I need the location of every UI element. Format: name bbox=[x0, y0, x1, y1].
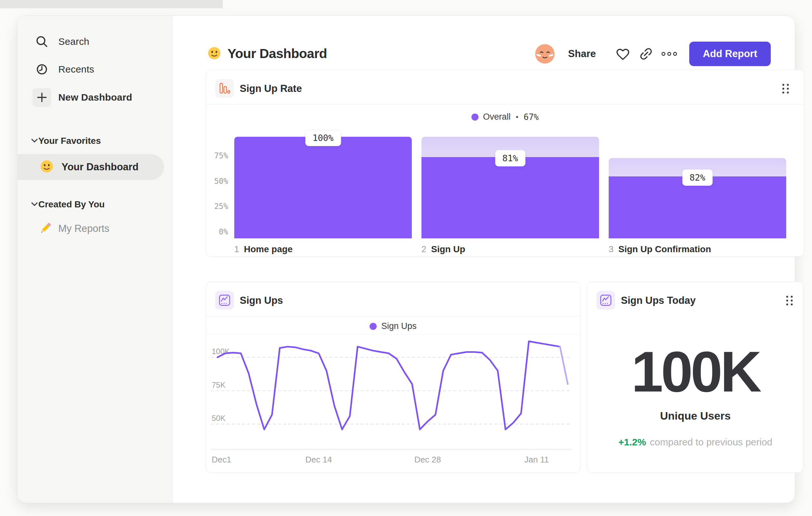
page-title: Your Dashboard bbox=[228, 46, 327, 61]
comparison-text: compared to previous period bbox=[650, 437, 772, 447]
line-chart-icon bbox=[597, 291, 615, 309]
sidebar-item-label: Your Dashboard bbox=[62, 161, 139, 173]
metric-label: Unique Users bbox=[587, 410, 803, 422]
step-number: 1 bbox=[234, 244, 239, 254]
sign-ups-card: Sign Ups Sign Ups 100K75K50KDec1Dec 14De… bbox=[206, 281, 580, 473]
plus-icon bbox=[33, 88, 51, 107]
sidebar-section-your-favorites[interactable]: Your Favorites bbox=[18, 134, 172, 147]
step-name: Sign Up Confirmation bbox=[618, 244, 711, 254]
app-window: Search Recents New Dashboard Your Favori… bbox=[17, 16, 795, 503]
sidebar-item-label: New Dashboard bbox=[58, 92, 132, 103]
legend-label: Sign Ups bbox=[381, 321, 417, 331]
funnel-y-tick-label: 75% bbox=[206, 151, 228, 160]
line-legend[interactable]: Sign Ups bbox=[206, 321, 580, 331]
sidebar-item-my-reports[interactable]: My Reports bbox=[18, 217, 164, 240]
avatar[interactable] bbox=[533, 42, 556, 65]
line-chart-icon bbox=[215, 291, 234, 309]
y-tick-label: 50K bbox=[212, 414, 226, 423]
funnel-chart-icon bbox=[215, 79, 234, 98]
drag-handle-icon[interactable] bbox=[785, 295, 794, 308]
x-tick-label: Dec1 bbox=[212, 455, 231, 464]
sidebar-section-created-by-you[interactable]: Created By You bbox=[18, 198, 172, 211]
funnel-x-axis: 1Home page2Sign Up3Sign Up Confirmation bbox=[234, 244, 786, 257]
sidebar-item-search[interactable]: Search bbox=[18, 32, 172, 51]
sign-ups-series-line-incomplete[interactable] bbox=[560, 347, 568, 384]
funnel-x-label: 3Sign Up Confirmation bbox=[609, 244, 711, 254]
y-tick-label: 75K bbox=[212, 381, 226, 389]
funnel-y-tick-label: 25% bbox=[206, 202, 228, 211]
metric-comparison-row: +1.2%compared to previous period bbox=[587, 437, 803, 447]
card-title: Sign Up Rate bbox=[240, 83, 302, 94]
x-tick-label: Dec 28 bbox=[414, 455, 441, 464]
link-icon[interactable] bbox=[634, 42, 658, 65]
top-edge-strip bbox=[0, 0, 223, 8]
funnel-value-chip: 82% bbox=[682, 169, 713, 186]
sidebar-item-new-dashboard[interactable]: New Dashboard bbox=[18, 88, 172, 107]
legend-dot bbox=[471, 113, 478, 120]
sidebar: Search Recents New Dashboard Your Favori… bbox=[18, 16, 173, 503]
sign-up-rate-card: Sign Up Rate Overall • 67% 100%81%82% 1H… bbox=[206, 70, 804, 257]
search-icon bbox=[33, 32, 51, 51]
drag-handle-icon[interactable] bbox=[781, 83, 790, 96]
card-title: Sign Ups bbox=[240, 295, 283, 306]
card-header-divider bbox=[206, 104, 804, 105]
section-title: Your Favorites bbox=[38, 136, 101, 146]
more-options-icon[interactable] bbox=[658, 42, 681, 65]
funnel-bar-converted-region bbox=[422, 157, 599, 238]
sidebar-item-label: Search bbox=[58, 36, 89, 47]
funnel-bar-converted-region bbox=[234, 137, 412, 238]
sidebar-item-label: Recents bbox=[58, 64, 94, 75]
heart-icon[interactable] bbox=[611, 42, 634, 65]
chevron-down-icon bbox=[31, 202, 38, 207]
funnel-bar[interactable] bbox=[234, 137, 412, 238]
funnel-y-tick-label: 50% bbox=[206, 177, 228, 186]
legend-value: 67% bbox=[524, 112, 539, 122]
legend-separator: • bbox=[516, 113, 518, 121]
main-content: Your Dashboard Share Add Report bbox=[173, 16, 795, 503]
funnel-y-tick-label: 0% bbox=[206, 227, 228, 236]
sign-ups-today-card: Sign Ups Today 100K Unique Users +1.2%co… bbox=[587, 281, 804, 473]
card-title: Sign Ups Today bbox=[621, 295, 696, 306]
delta-badge: +1.2% bbox=[618, 437, 646, 447]
dashboard-title-emoji bbox=[207, 47, 221, 61]
legend-dot bbox=[370, 323, 377, 330]
add-report-button[interactable]: Add Report bbox=[689, 42, 771, 66]
smiley-emoji bbox=[40, 160, 54, 174]
step-number: 3 bbox=[609, 244, 613, 254]
metric-value: 100K bbox=[587, 343, 803, 401]
legend-label: Overall bbox=[483, 112, 511, 122]
section-title: Created By You bbox=[38, 199, 105, 210]
line-chart[interactable]: 100K75K50KDec1Dec 14Dec 28Jan 11 bbox=[211, 336, 572, 465]
step-number: 2 bbox=[422, 244, 426, 254]
funnel-x-label: 2Sign Up bbox=[422, 244, 465, 254]
step-name: Home page bbox=[244, 244, 293, 254]
funnel-value-chip: 81% bbox=[495, 150, 526, 166]
funnel-value-chip: 100% bbox=[305, 130, 341, 146]
step-name: Sign Up bbox=[431, 244, 465, 254]
funnel-x-label: 1Home page bbox=[234, 244, 293, 254]
x-tick-label: Dec 14 bbox=[306, 455, 332, 464]
x-tick-label: Jan 11 bbox=[524, 455, 549, 464]
y-tick-label: 100K bbox=[212, 347, 230, 356]
sidebar-item-recents[interactable]: Recents bbox=[18, 60, 172, 79]
sign-ups-series-line[interactable] bbox=[218, 341, 560, 429]
legend-divider bbox=[206, 334, 580, 334]
clock-icon bbox=[33, 60, 51, 79]
share-button[interactable]: Share bbox=[568, 48, 596, 60]
sidebar-item-label: My Reports bbox=[58, 223, 109, 235]
funnel-plot-area: 100%81%82% bbox=[234, 137, 786, 238]
sidebar-item-your-dashboard[interactable]: Your Dashboard bbox=[18, 154, 164, 180]
chevron-down-icon bbox=[31, 138, 38, 143]
pencil-emoji bbox=[38, 221, 53, 237]
funnel-legend[interactable]: Overall • 67% bbox=[206, 112, 804, 122]
